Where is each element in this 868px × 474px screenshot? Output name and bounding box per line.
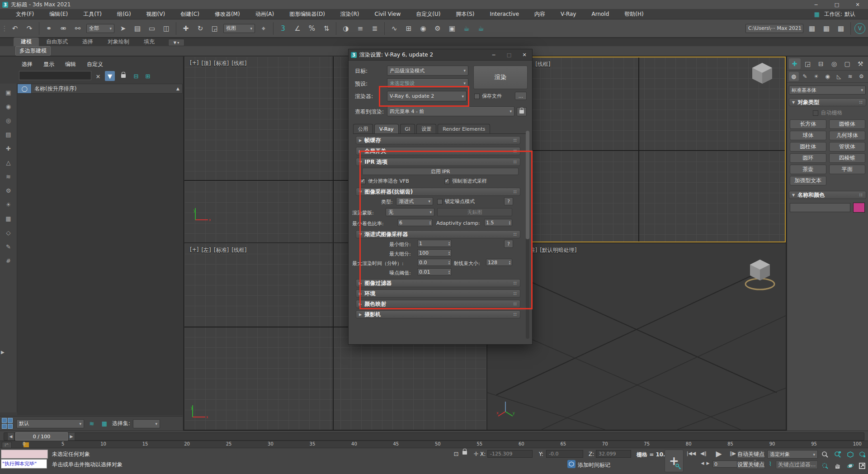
- time-slider-thumb[interactable]: 0 / 100: [15, 432, 68, 441]
- search-input[interactable]: [19, 71, 91, 80]
- ribbon-tab-selection[interactable]: 选择: [75, 38, 100, 46]
- tab-gi[interactable]: GI: [400, 124, 415, 133]
- workspace-layout-icon-1[interactable]: ▦: [806, 23, 818, 34]
- cameras-icon[interactable]: ◉: [823, 72, 833, 81]
- selection-set-dropdown[interactable]: [133, 419, 160, 428]
- menu-item[interactable]: 自定义(U): [408, 9, 448, 19]
- explorer-tool-icon[interactable]: △: [3, 157, 14, 167]
- target-dropdown[interactable]: 产品级渲染模式: [387, 66, 468, 76]
- viewport-menu-shading[interactable]: [线框]: [231, 60, 246, 67]
- viewport-menu-shading[interactable]: [线框]: [231, 246, 246, 254]
- autogrid-checkbox[interactable]: [813, 110, 818, 116]
- selection-set-preset-dropdown[interactable]: 默认: [16, 419, 84, 428]
- ray-bundle-spinner[interactable]: 128: [486, 259, 512, 266]
- zoom-region-icon[interactable]: [819, 461, 831, 471]
- color-mapping-rollout[interactable]: ▶颜色映射∷: [356, 300, 520, 308]
- render-setup-icon[interactable]: ⚙: [432, 23, 443, 34]
- fit-resolution-checkbox[interactable]: [360, 179, 366, 184]
- play-icon[interactable]: ▶: [712, 449, 726, 458]
- explorer-tool-icon[interactable]: ◎: [3, 115, 14, 125]
- min-subdivs-spinner[interactable]: 1: [417, 240, 452, 247]
- maxscript-result[interactable]: "执行脚本完毕": [1, 459, 47, 469]
- next-key-icon[interactable]: ‖▶: [728, 450, 738, 456]
- align-icon[interactable]: ≡: [354, 23, 366, 34]
- min-shading-spinner[interactable]: 6: [397, 219, 433, 226]
- select-and-link-icon[interactable]: ⚭: [43, 23, 55, 34]
- pan-hand-icon[interactable]: [832, 461, 844, 471]
- redo-icon[interactable]: ↷: [24, 23, 35, 34]
- project-folder-dropdown[interactable]: C:\Users\··· Max 2021: [745, 24, 803, 33]
- image-filter-rollout[interactable]: ▶图像过滤器∷: [356, 279, 520, 287]
- zoom-extents-icon[interactable]: [844, 450, 856, 460]
- previous-key-icon[interactable]: ◀‖: [698, 450, 708, 456]
- object-type-button[interactable]: 茶壶: [790, 165, 826, 174]
- frame-buffer-rollout[interactable]: ▶帧缓存∷: [356, 136, 520, 144]
- systems-icon[interactable]: ⚙: [857, 72, 867, 81]
- lock-noise-checkbox[interactable]: [437, 199, 443, 204]
- dialog-title-bar[interactable]: 3 渲染设置: V-Ray 6, update 2 ─ □ ✕: [349, 49, 532, 61]
- hierarchy-tab-icon[interactable]: ⊟: [815, 58, 827, 69]
- adaptivity-clamp-spinner[interactable]: 1.5: [484, 219, 512, 226]
- renderer-dropdown[interactable]: V-Ray 6, update 2: [387, 91, 467, 101]
- image-sampler-rollout[interactable]: ▼图像采样器(抗锯齿)∷: [356, 188, 520, 196]
- explorer-tool-icon[interactable]: ☀: [3, 199, 14, 209]
- object-type-button[interactable]: 圆锥体: [829, 119, 866, 129]
- select-and-scale-icon[interactable]: ◲: [209, 23, 221, 34]
- global-switches-rollout[interactable]: ▶全局开关∷: [356, 147, 520, 155]
- schematic-view-icon[interactable]: ⊞: [403, 23, 415, 34]
- render-mask-map-button[interactable]: 无贴图: [437, 208, 512, 216]
- zoom-icon[interactable]: [819, 450, 831, 460]
- named-selection-icon[interactable]: ≋: [87, 419, 97, 429]
- lock-noise-checkbox-row[interactable]: 锁定噪点模式: [437, 198, 475, 205]
- menu-item[interactable]: 渲染(R): [333, 9, 367, 19]
- viewport-menu-view[interactable]: [顶]: [201, 60, 211, 67]
- add-time-tag-label[interactable]: 添加时间标记: [578, 461, 610, 469]
- viewport-menu-shading[interactable]: [线框]: [535, 61, 550, 68]
- object-name-field[interactable]: [790, 203, 850, 212]
- object-type-rollout[interactable]: ▼对象类型∷: [789, 98, 866, 106]
- explorer-tool-icon[interactable]: ▣: [3, 87, 14, 97]
- close-button[interactable]: ✕: [847, 0, 868, 9]
- menu-item[interactable]: 内容: [527, 9, 553, 19]
- max-render-time-spinner[interactable]: 0.0: [417, 259, 452, 266]
- sort-ascending-icon[interactable]: ▲: [176, 86, 182, 91]
- z-coordinate-field[interactable]: 32.099: [596, 450, 631, 458]
- use-center-icon[interactable]: ⌖: [258, 23, 269, 34]
- explorer-menu-item[interactable]: 自定义: [83, 60, 107, 68]
- filter-icon[interactable]: ▼: [105, 71, 115, 81]
- helpers-icon[interactable]: ◺: [834, 72, 844, 81]
- motion-tab-icon[interactable]: ◎: [828, 58, 840, 69]
- preset-dropdown[interactable]: 未选定预设: [387, 78, 468, 88]
- set-key-button[interactable]: 设置关键点: [737, 460, 765, 469]
- menu-item[interactable]: Interactive: [482, 9, 527, 19]
- ipr-options-rollout[interactable]: ▼IPR 选项∷: [356, 158, 520, 166]
- key-step-forward-icon[interactable]: ▶: [705, 461, 711, 465]
- object-type-button[interactable]: 管状体: [829, 142, 866, 152]
- edit-selection-set-icon[interactable]: ▦: [99, 419, 109, 429]
- polygon-modeling-button[interactable]: 多边形建模: [15, 46, 51, 56]
- progressive-sampler-rollout[interactable]: ▼渐进式图像采样器∷: [356, 230, 520, 238]
- explorer-tool-icon[interactable]: ◉: [3, 101, 14, 111]
- display-column-icon[interactable]: ◯: [18, 84, 32, 93]
- sampler-type-dropdown[interactable]: 渐进式: [396, 197, 433, 205]
- material-editor-icon[interactable]: ◉: [417, 23, 429, 34]
- menu-item[interactable]: Civil View: [367, 9, 409, 19]
- y-coordinate-field[interactable]: -0.0: [546, 450, 583, 458]
- progressive-help-button[interactable]: ?: [504, 240, 513, 248]
- workspace-layout-icon-3[interactable]: ▦: [835, 23, 847, 34]
- viewcube-icon[interactable]: [750, 61, 775, 86]
- tab-common[interactable]: 公用: [353, 124, 373, 133]
- viewport-menu-shading[interactable]: [默认明暗处理]: [540, 246, 576, 254]
- minimize-button[interactable]: ─: [806, 0, 826, 9]
- panel-collapse-icon[interactable]: ▶: [1, 350, 5, 355]
- geometry-icon[interactable]: ◍: [789, 72, 799, 81]
- track-bar[interactable]: i^ 0510152025303540455055606570758085909…: [0, 441, 868, 448]
- collapse-tree-icon[interactable]: ⊞: [143, 71, 153, 81]
- bind-to-spacewarp-icon[interactable]: ⚯: [72, 23, 84, 34]
- selected-object-dropdown[interactable]: 选定对象: [767, 450, 818, 459]
- object-type-button[interactable]: 加强型文本: [790, 176, 826, 185]
- maximize-viewport-toggle-icon[interactable]: [856, 461, 868, 471]
- snap-toggle-icon[interactable]: 3: [277, 23, 289, 34]
- render-iterative-icon[interactable]: ☕: [475, 23, 487, 34]
- render-mask-dropdown[interactable]: 无: [386, 208, 434, 216]
